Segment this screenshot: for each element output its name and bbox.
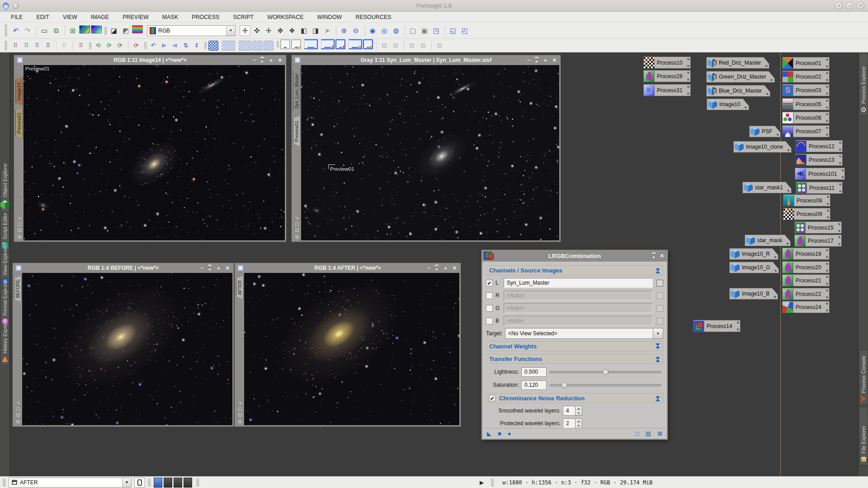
active-view-combo[interactable]: AFTER ▼ (9, 478, 132, 488)
view-tab-after[interactable]: AFTER (236, 276, 244, 299)
workspace-swatch-2[interactable] (164, 478, 172, 488)
collapse-section-icon[interactable] (656, 267, 660, 273)
menu-workspace[interactable]: WORKSPACE (267, 14, 303, 20)
menu-script[interactable]: SCRIPT (233, 14, 254, 20)
menu-image[interactable]: IMAGE (91, 14, 109, 20)
tab-file-explorer[interactable]: File Explorer (859, 407, 868, 465)
screen-warning-icon[interactable]: ✱ (349, 39, 362, 49)
image14-titlebar[interactable]: RGB 1:11 Image14 | <*new*> − ▲ ＋ ✕ (15, 55, 285, 65)
process-icon-process03[interactable]: Process03 ND (782, 84, 830, 96)
image-container-blue-driz-master[interactable]: XISF Blue_Driz_Master N (706, 85, 770, 97)
view-tab-before[interactable]: BEFORE (14, 276, 22, 302)
lightness-slider[interactable] (549, 371, 661, 373)
toolbar-grip[interactable] (5, 24, 7, 37)
process-icon-process16[interactable]: Process16 ND (782, 248, 830, 260)
readout-probe-icon[interactable]: ◎ (18, 234, 22, 239)
process-icon-process02[interactable]: Process02 ND (782, 70, 830, 83)
after-titlebar[interactable]: RGB 1:4 AFTER | <*new*> − ▲ ＋ ✕ (236, 263, 459, 273)
channel-g-input[interactable]: <Auto> (504, 303, 653, 313)
dialog-titlebar[interactable]: LRGBCombination ▲ ✕ (482, 250, 667, 262)
screen-close-all-icon[interactable]: ✗ (335, 39, 345, 49)
pan-handle-icon[interactable]: ↘ (295, 215, 299, 221)
new-preview-icon[interactable]: ⊞ (65, 25, 78, 36)
image-container-red-driz-master[interactable]: XISF Red_Driz_Master N (706, 57, 769, 69)
image-container-image10-g[interactable]: Image10_G N (729, 262, 779, 273)
view-tab-preview01[interactable]: Preview01 (15, 108, 23, 138)
channel-g-checkbox[interactable] (486, 305, 493, 312)
view-tab-image14[interactable]: Image14 (15, 77, 23, 106)
menu-process[interactable]: PROCESS (192, 14, 219, 20)
protected-wavelet-spinner[interactable]: 2 ▲▼ (563, 418, 582, 428)
process-icon-process07[interactable]: Process07 ND (782, 125, 830, 137)
mask-show-icon[interactable] (253, 41, 263, 51)
workspace-swatch-1[interactable] (154, 478, 162, 488)
window-tool-lock-icon[interactable]: ⊡ (376, 41, 390, 51)
image-container-psf[interactable]: PSF N (749, 126, 781, 137)
edit-instance-icon[interactable]: ▣ (419, 25, 430, 36)
saturation-slider[interactable] (549, 384, 661, 386)
duplicate-view-icon[interactable]: ⊡ (238, 413, 242, 418)
window-close-icon[interactable]: ✕ (552, 56, 557, 65)
after-canvas[interactable] (244, 273, 459, 425)
process-icon-process01[interactable]: Process01 ND (782, 57, 830, 69)
window-close-icon[interactable]: ✕ (453, 263, 457, 272)
dialog-shade-icon[interactable]: ▲ (652, 253, 656, 259)
history-save-icon[interactable]: ⟳ (115, 41, 125, 51)
channel-r-checkbox[interactable] (486, 292, 493, 299)
process-icons-edit-icon[interactable]: ⠿ (43, 41, 53, 51)
duplicate-image-icon[interactable]: ⧉ (51, 25, 61, 36)
channel-g-select-button[interactable] (656, 305, 663, 312)
undo-icon[interactable]: ↶ (10, 25, 21, 36)
channel-l-input[interactable]: Syn_Lum_Master (504, 278, 653, 288)
image-container-star-mask1[interactable]: star_mask1 N (742, 182, 792, 193)
pan-handle-icon[interactable]: ↘ (16, 400, 20, 405)
track-view-icon[interactable]: ✛ (240, 25, 250, 36)
target-view-select[interactable]: <No View Selected> (505, 328, 653, 339)
stretch-vertical-icon[interactable]: ⇕ (192, 41, 202, 51)
image-container-image10-clone[interactable]: Image10_clone N (733, 141, 792, 153)
preview-frame-icon[interactable]: ▢ (17, 221, 21, 227)
maximize-window-icon[interactable]: ◱ (445, 25, 458, 36)
spin-up-icon[interactable]: ▲ (576, 419, 582, 423)
fit-window-icon[interactable]: ◰ (459, 25, 470, 36)
process-icon-process15[interactable]: Process15 ND (794, 221, 842, 234)
process-icon-process20[interactable]: Process20 ND (782, 261, 830, 273)
process-icons-delete-icon[interactable]: ⠿ (73, 41, 86, 51)
browse-documentation-button[interactable]: ▤ (646, 429, 651, 439)
image-container-star-mask[interactable]: star_mask N (745, 235, 791, 246)
process-icon-process24[interactable]: Process24 ND (782, 301, 830, 313)
menu-window[interactable]: WINDOW (317, 14, 342, 20)
menu-edit[interactable]: EDIT (36, 14, 49, 20)
process-icon-process101[interactable]: Process101 ND (795, 168, 845, 180)
window-zoom-icon[interactable]: ＋ (543, 56, 548, 65)
channel-b-select-button[interactable] (656, 318, 663, 324)
preview-frame-icon[interactable]: ▢ (238, 406, 242, 412)
smoothed-wavelet-spinner[interactable]: 4 ▲▼ (563, 406, 582, 416)
chrominance-checkbox[interactable] (489, 395, 495, 401)
image-container-green-driz-master[interactable]: XISF Green_Driz_Master N (706, 71, 775, 83)
syn-lum-titlebar[interactable]: Gray 1:11 Syn_Lum_Master | Syn_Lum_Maste… (293, 55, 559, 65)
history-delete-icon[interactable]: ⟳ (128, 41, 142, 51)
window-tool-pin-icon[interactable]: ⊡ (391, 41, 401, 51)
process-icon-process21[interactable]: Process21 ND (782, 274, 830, 286)
mask-edit-icon[interactable] (264, 41, 274, 51)
pan-mode-icon[interactable]: ✥ (275, 25, 286, 36)
process-icon-process06[interactable]: Process06 ND (782, 112, 830, 124)
bottombar-grip[interactable] (196, 479, 199, 487)
spin-up-icon[interactable]: ▲ (576, 406, 582, 411)
flip-vertical-icon[interactable]: ⇅ (181, 41, 191, 51)
window-shade-icon[interactable]: ▲ (435, 265, 439, 272)
process-icon-process14[interactable]: Process14 ND (693, 320, 741, 332)
channel-b-checkbox[interactable] (486, 318, 493, 324)
history-back-icon[interactable]: ⟲ (93, 41, 103, 51)
color-profile-icon[interactable] (132, 25, 143, 33)
tab-process-explorer[interactable]: Process Explorer ⚙ (859, 53, 868, 116)
split-view-icon[interactable]: ◧ (298, 25, 309, 36)
screen-warning-all-icon[interactable]: ✱ (363, 39, 373, 49)
screen-close-icon[interactable]: ✗ (321, 39, 335, 49)
window-minimize-icon[interactable]: − (253, 56, 255, 65)
channel-r-input[interactable]: <Auto> (504, 291, 653, 300)
bottombar-grip[interactable] (491, 479, 494, 487)
zoom-optimal-icon[interactable]: ◍ (391, 25, 401, 36)
view-tab-preview01[interactable]: Preview01 (293, 116, 301, 146)
